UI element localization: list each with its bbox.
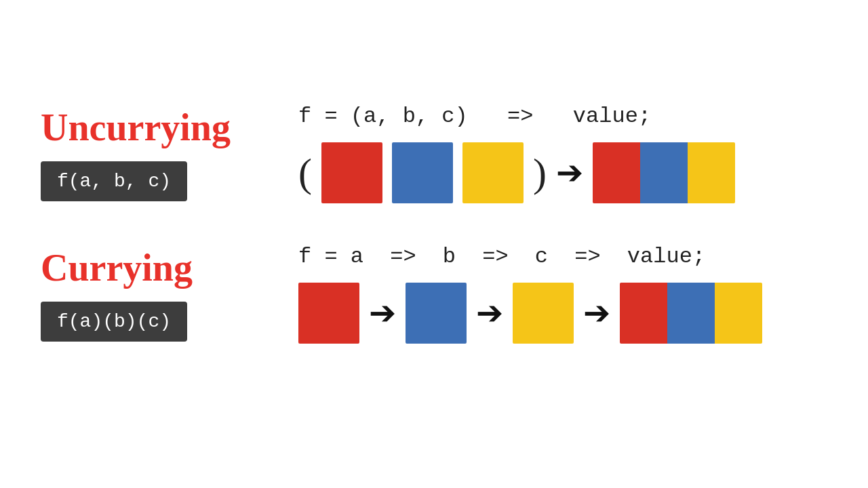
currying-section: Currying f(a)(b)(c) f = a => b => c => v… xyxy=(41,244,762,344)
uncurrying-right: f = (a, b, c) => value; ( ) ➔ xyxy=(298,104,735,203)
uncurrying-yellow-box xyxy=(462,142,524,203)
curry-result-blue xyxy=(667,283,715,344)
uncurrying-code: f(a, b, c) xyxy=(41,161,187,201)
currying-red-box xyxy=(298,283,359,344)
uncurrying-red-box xyxy=(321,142,382,203)
uncurrying-title: Uncurrying xyxy=(41,106,231,149)
currying-formula-arrow1: => xyxy=(377,244,429,269)
currying-blue-box xyxy=(406,283,467,344)
uncurrying-formula: f = (a, b, c) => value; xyxy=(298,104,651,129)
uncurrying-formula-value: value; xyxy=(573,104,651,129)
currying-formula-arrow3: => xyxy=(561,244,614,269)
uncurrying-visual: ( ) ➔ xyxy=(298,142,735,203)
curry-result-yellow xyxy=(715,283,762,344)
uncurrying-formula-part1: f = (a, b, c) xyxy=(298,104,468,129)
uncurrying-section: Uncurrying f(a, b, c) f = (a, b, c) => v… xyxy=(41,104,735,203)
currying-formula-f: f = a xyxy=(298,244,363,269)
open-paren: ( xyxy=(298,152,312,193)
uncurrying-arrow-icon: ➔ xyxy=(556,157,583,189)
currying-visual: ➔ ➔ ➔ xyxy=(298,283,762,344)
currying-formula-c: c xyxy=(535,244,548,269)
currying-yellow-box xyxy=(513,283,574,344)
result-yellow xyxy=(688,142,735,203)
uncurrying-blue-box xyxy=(392,142,453,203)
currying-left: Currying f(a)(b)(c) xyxy=(41,246,244,342)
currying-title: Currying xyxy=(41,246,193,289)
currying-formula: f = a => b => c => value; xyxy=(298,244,705,269)
uncurrying-left: Uncurrying f(a, b, c) xyxy=(41,106,244,201)
currying-arrow3-icon: ➔ xyxy=(583,297,610,329)
currying-arrow2-icon: ➔ xyxy=(476,297,503,329)
result-blue xyxy=(640,142,688,203)
currying-formula-arrow2: => xyxy=(469,244,521,269)
uncurrying-formula-arrow: => xyxy=(481,104,559,129)
uncurrying-result-box xyxy=(593,142,735,203)
currying-formula-b: b xyxy=(443,244,456,269)
currying-formula-value: value; xyxy=(627,244,705,269)
currying-code: f(a)(b)(c) xyxy=(41,302,187,342)
currying-right: f = a => b => c => value; ➔ ➔ ➔ xyxy=(298,244,762,344)
curry-result-red xyxy=(620,283,667,344)
close-paren: ) xyxy=(533,152,547,193)
currying-arrow1-icon: ➔ xyxy=(369,297,396,329)
result-red xyxy=(593,142,640,203)
currying-result-box xyxy=(620,283,762,344)
